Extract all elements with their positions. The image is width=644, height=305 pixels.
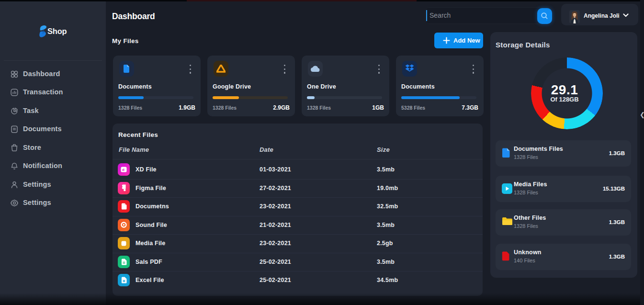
svg-text:d: d	[122, 168, 124, 172]
